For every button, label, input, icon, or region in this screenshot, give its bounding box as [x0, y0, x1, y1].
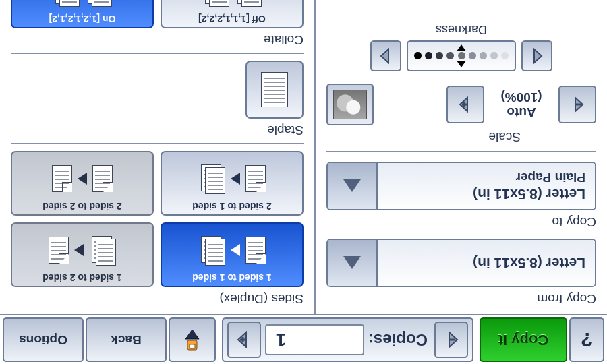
copy-to-line2: Plain Paper [387, 169, 585, 185]
arrow-right-plus-icon [455, 94, 475, 115]
scale-row: Auto (100%) [326, 84, 596, 125]
options-label: Options [19, 332, 67, 347]
right-pane: Sides (Duplex) 1 sided to 1 sided [0, 0, 316, 314]
arrow-right-plus-icon [233, 328, 256, 351]
darkness-lighter-button[interactable] [521, 40, 552, 71]
content-preview-button[interactable] [326, 84, 374, 125]
collate-title: Collate [11, 32, 304, 47]
copies-decrement-button[interactable] [434, 322, 468, 358]
scale-value: Auto (100%) [491, 90, 552, 119]
sides-section: Sides (Duplex) 1 sided to 1 sided [11, 151, 304, 306]
page-icon [49, 237, 69, 264]
darkness-dot [480, 53, 487, 60]
darkness-section: Darkness [370, 22, 552, 71]
collate-option-label: Off [1,1,1,2,2,2] [162, 13, 302, 24]
arrow-left-icon [527, 46, 547, 66]
scale-value-line1: Auto [491, 104, 552, 119]
arrow-right-icon [74, 244, 84, 256]
staple-option[interactable] [245, 61, 304, 119]
copy-it-label: Copy It [498, 331, 549, 348]
scale-title: Scale [326, 129, 521, 144]
darkness-dot [436, 53, 443, 60]
sides-title: Sides (Duplex) [11, 291, 304, 306]
divider [11, 53, 304, 54]
page-stack-icon [89, 235, 116, 266]
darkness-dot [469, 53, 476, 60]
left-pane: Copy from Letter (8.5x11 in) Copy to Let… [316, 0, 607, 314]
staple-title: Staple [11, 123, 304, 138]
copy-from-section: Copy from Letter (8.5x11 in) [326, 239, 596, 306]
copy-from-title: Copy from [326, 291, 596, 306]
collate-option-off[interactable]: Off [1,1,1,2,2,2] [161, 0, 304, 28]
copy-from-value: Letter (8.5x11 in) [378, 240, 595, 286]
darkness-dot [490, 53, 498, 60]
back-button[interactable]: Back [86, 317, 167, 362]
triangle-up-icon [343, 257, 361, 270]
sides-option-label: 1 sided to 1 sided [162, 272, 302, 283]
copy-from-field[interactable]: Letter (8.5x11 in) [326, 239, 596, 287]
copy-to-field[interactable]: Letter (8.5x11 in) Plain Paper [326, 162, 596, 210]
sides-option-label: 2 sided to 1 sided [162, 201, 302, 212]
divider [326, 151, 596, 152]
page-icon [52, 165, 72, 192]
page-stack-icon [85, 0, 112, 7]
copies-group: Copies: 1 [222, 317, 473, 362]
darkness-dot [501, 53, 509, 60]
arrow-right-icon [78, 173, 87, 185]
copies-field[interactable]: 1 [265, 324, 364, 355]
copies-increment-button[interactable] [227, 322, 261, 358]
collate-option-on[interactable]: On [1,2,1,2,1,2] [11, 0, 154, 28]
darkness-dot [446, 53, 454, 60]
staple-section: Staple [11, 61, 304, 138]
scale-value-line2: (100%) [491, 90, 552, 104]
sides-option-label: 1 sided to 2 sided [12, 272, 152, 283]
copy-it-button[interactable]: Copy It [480, 317, 567, 362]
copies-label: Copies: [368, 330, 428, 349]
collate-option-label: On [1,2,1,2,1,2] [12, 13, 152, 24]
copy-from-line1: Letter (8.5x11 in) [387, 254, 585, 272]
help-button[interactable]: ? [569, 317, 604, 362]
divider [11, 143, 304, 144]
darkness-slider[interactable] [407, 40, 516, 71]
scale-decrement-button[interactable] [558, 86, 596, 123]
page-stack-icon [53, 0, 80, 7]
page-stack-icon [198, 235, 225, 266]
darkness-darker-button[interactable] [370, 40, 401, 71]
copy-to-value: Letter (8.5x11 in) Plain Paper [378, 163, 595, 209]
copy-from-expand-button[interactable] [328, 240, 378, 286]
save-shortcut-button[interactable] [169, 317, 216, 362]
sides-option-2to2[interactable]: 2 sided to 2 sided [11, 151, 154, 216]
scale-increment-button[interactable] [446, 86, 484, 123]
darkness-dot [414, 53, 422, 60]
content-preview-icon [333, 90, 367, 119]
svg-rect-4 [190, 344, 195, 348]
page-icon [245, 165, 266, 192]
darkness-title: Darkness [370, 22, 552, 36]
page-icon [261, 72, 288, 107]
options-button[interactable]: Options [3, 317, 84, 362]
copy-to-expand-button[interactable] [328, 163, 378, 209]
help-icon: ? [581, 328, 593, 351]
page-stack-icon [198, 163, 225, 194]
copies-value: 1 [276, 329, 287, 351]
save-down-arrow-icon [181, 328, 204, 351]
sides-option-2to1[interactable]: 2 sided to 1 sided [161, 151, 304, 216]
arrow-left-minus-icon [440, 328, 463, 351]
collate-section: Collate Off [1,1,1,2,2,2] [11, 0, 304, 47]
page-icon [245, 237, 266, 264]
back-label: Back [111, 332, 141, 347]
copy-to-title: Copy to [326, 214, 596, 229]
arrow-right-icon [231, 173, 240, 185]
sides-option-1to2[interactable]: 1 sided to 2 sided [11, 222, 154, 287]
copy-to-section: Copy to Letter (8.5x11 in) Plain Paper [326, 162, 596, 229]
arrow-right-icon [376, 46, 396, 66]
copy-to-line1: Letter (8.5x11 in) [387, 185, 585, 203]
darkness-dot [425, 53, 432, 60]
sides-option-1to1[interactable]: 1 sided to 1 sided [161, 222, 304, 287]
page-stack-icon [235, 0, 262, 7]
triangle-up-icon [343, 180, 361, 193]
page-icon [92, 165, 113, 192]
arrow-right-icon [231, 244, 240, 256]
arrow-left-minus-icon [567, 94, 587, 115]
sides-option-label: 2 sided to 2 sided [12, 201, 152, 212]
